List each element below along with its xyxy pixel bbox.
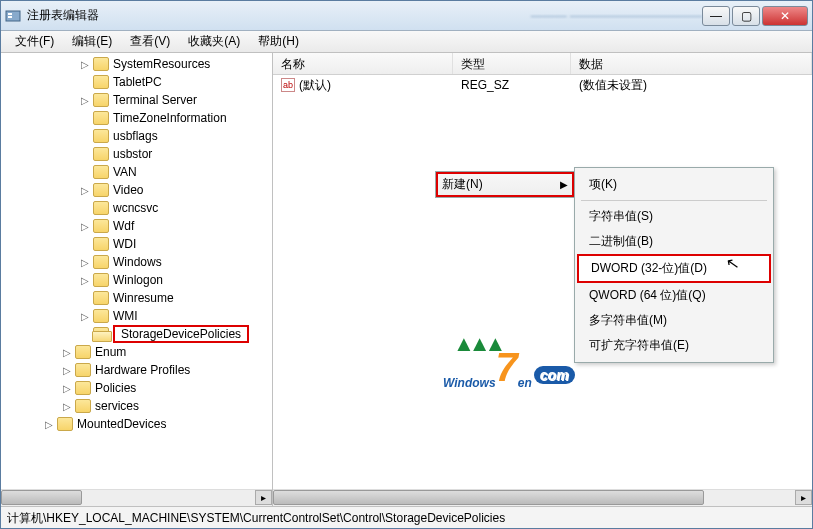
menu-favorites[interactable]: 收藏夹(A) <box>180 31 248 52</box>
title-suffix: ——— ——————————— <box>531 9 702 23</box>
tree-item-usbflags[interactable]: usbflags <box>5 127 272 145</box>
minimize-button[interactable]: — <box>702 6 730 26</box>
tree-item-wdi[interactable]: WDI <box>5 235 272 253</box>
tree-item-terminal-server[interactable]: ▷Terminal Server <box>5 91 272 109</box>
folder-icon <box>93 255 109 269</box>
expand-icon[interactable]: ▷ <box>79 311 91 322</box>
folder-icon <box>93 111 109 125</box>
menu-item-binary[interactable]: 二进制值(B) <box>577 229 771 254</box>
expand-icon[interactable]: ▷ <box>61 383 73 394</box>
tree-item-storagedevicepolicies[interactable]: StorageDevicePolicies <box>5 325 272 343</box>
folder-icon <box>93 147 109 161</box>
expand-icon[interactable]: ▷ <box>79 59 91 70</box>
folder-icon <box>93 93 109 107</box>
col-name[interactable]: 名称 <box>273 53 453 74</box>
svg-rect-1 <box>8 13 12 15</box>
context-menu-new[interactable]: 新建(N) ▶ <box>435 171 575 198</box>
folder-icon <box>75 399 91 413</box>
folder-icon <box>93 237 109 251</box>
folder-icon <box>75 345 91 359</box>
app-icon <box>5 8 21 24</box>
tree-item-mounteddevices[interactable]: ▷MountedDevices <box>5 415 272 433</box>
menu-help[interactable]: 帮助(H) <box>250 31 307 52</box>
tree-item-timezoneinformation[interactable]: TimeZoneInformation <box>5 109 272 127</box>
folder-icon <box>93 291 109 305</box>
menu-item-multi[interactable]: 多字符串值(M) <box>577 308 771 333</box>
menu-item-new[interactable]: 新建(N) <box>442 176 483 193</box>
menu-separator <box>581 200 767 201</box>
value-data: (数值未设置) <box>571 77 812 94</box>
tree-label: WDI <box>113 237 136 251</box>
tree-label: Terminal Server <box>113 93 197 107</box>
tree-label: usbstor <box>113 147 152 161</box>
tree-item-tabletpc[interactable]: TabletPC <box>5 73 272 91</box>
titlebar[interactable]: 注册表编辑器 ——— ——————————— — ▢ ✕ <box>1 1 812 31</box>
menu-file[interactable]: 文件(F) <box>7 31 62 52</box>
expand-icon[interactable]: ▷ <box>43 419 55 430</box>
folder-icon <box>93 201 109 215</box>
tree-hscroll[interactable]: ▸ <box>1 489 272 506</box>
tree-label: VAN <box>113 165 137 179</box>
tree-label: Wdf <box>113 219 134 233</box>
expand-icon[interactable]: ▷ <box>61 365 73 376</box>
menu-item-dword[interactable]: DWORD (32-位)值(D) <box>579 256 769 281</box>
close-button[interactable]: ✕ <box>762 6 808 26</box>
tree-item-usbstor[interactable]: usbstor <box>5 145 272 163</box>
list-hscroll[interactable]: ▸ <box>273 489 812 506</box>
menu-item-qword[interactable]: QWORD (64 位)值(Q) <box>577 283 771 308</box>
menu-item-key[interactable]: 项(K) <box>577 172 771 197</box>
maximize-button[interactable]: ▢ <box>732 6 760 26</box>
watermark: ▲▲▲ Windows7encom <box>443 345 575 390</box>
list-header[interactable]: 名称 类型 数据 <box>273 53 812 75</box>
tree-label: WMI <box>113 309 138 323</box>
expand-icon[interactable]: ▷ <box>79 257 91 268</box>
expand-icon[interactable]: ▷ <box>61 401 73 412</box>
tree-item-windows[interactable]: ▷Windows <box>5 253 272 271</box>
tree-item-winresume[interactable]: Winresume <box>5 289 272 307</box>
list-row[interactable]: ab(默认) REG_SZ (数值未设置) <box>273 75 812 95</box>
tree-label: Hardware Profiles <box>95 363 190 377</box>
regedit-window: 注册表编辑器 ——— ——————————— — ▢ ✕ 文件(F) 编辑(E)… <box>0 0 813 529</box>
svg-rect-2 <box>8 16 12 18</box>
col-data[interactable]: 数据 <box>571 53 812 74</box>
expand-icon[interactable]: ▷ <box>79 95 91 106</box>
tree-pane[interactable]: ▷SystemResourcesTabletPC▷Terminal Server… <box>1 53 273 506</box>
menu-item-expand[interactable]: 可扩充字符串值(E) <box>577 333 771 358</box>
tree-item-wmi[interactable]: ▷WMI <box>5 307 272 325</box>
tree-item-policies[interactable]: ▷Policies <box>5 379 272 397</box>
string-icon: ab <box>281 78 295 92</box>
folder-icon <box>93 165 109 179</box>
tree-label: wcncsvc <box>113 201 158 215</box>
tree-item-van[interactable]: VAN <box>5 163 272 181</box>
expand-icon[interactable]: ▷ <box>79 275 91 286</box>
tree-item-enum[interactable]: ▷Enum <box>5 343 272 361</box>
menubar: 文件(F) 编辑(E) 查看(V) 收藏夹(A) 帮助(H) <box>1 31 812 53</box>
window-title: 注册表编辑器 <box>27 7 511 24</box>
expand-icon[interactable]: ▷ <box>79 221 91 232</box>
menu-item-string[interactable]: 字符串值(S) <box>577 204 771 229</box>
tree-label: Winresume <box>113 291 174 305</box>
tree-label: TimeZoneInformation <box>113 111 227 125</box>
tree-item-wdf[interactable]: ▷Wdf <box>5 217 272 235</box>
expand-icon[interactable]: ▷ <box>79 185 91 196</box>
folder-icon <box>93 273 109 287</box>
tree-item-winlogon[interactable]: ▷Winlogon <box>5 271 272 289</box>
folder-icon <box>57 417 73 431</box>
expand-icon[interactable]: ▷ <box>61 347 73 358</box>
menu-view[interactable]: 查看(V) <box>122 31 178 52</box>
folder-icon <box>93 75 109 89</box>
context-submenu[interactable]: 项(K) 字符串值(S) 二进制值(B) DWORD (32-位)值(D) QW… <box>574 167 774 363</box>
tree-item-services[interactable]: ▷services <box>5 397 272 415</box>
col-type[interactable]: 类型 <box>453 53 571 74</box>
tree-label: usbflags <box>113 129 158 143</box>
tree-label: Winlogon <box>113 273 163 287</box>
tree-item-systemresources[interactable]: ▷SystemResources <box>5 55 272 73</box>
menu-edit[interactable]: 编辑(E) <box>64 31 120 52</box>
folder-icon <box>93 327 109 341</box>
tree-item-wcncsvc[interactable]: wcncsvc <box>5 199 272 217</box>
tree-label: services <box>95 399 139 413</box>
tree-label: Policies <box>95 381 136 395</box>
tree-item-video[interactable]: ▷Video <box>5 181 272 199</box>
tree-item-hardware-profiles[interactable]: ▷Hardware Profiles <box>5 361 272 379</box>
folder-icon <box>93 183 109 197</box>
